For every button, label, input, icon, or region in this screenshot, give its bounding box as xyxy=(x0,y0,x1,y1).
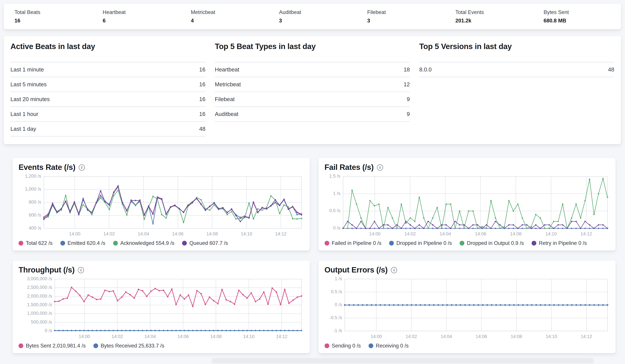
beat-types-table: Heartbeat 18 Metricbeat 12 Filebeat 9 Au… xyxy=(215,62,410,122)
summary-stats-bar: Total Beats 16 Heartbeat 6 Metricbeat 4 … xyxy=(4,4,621,29)
chart-legend: Bytes Sent 2,010,981.4 /s Bytes Received… xyxy=(19,343,305,349)
series-dot-icon xyxy=(325,241,329,245)
series-dot-icon xyxy=(60,241,65,245)
svg-text:14:04: 14:04 xyxy=(145,334,156,339)
active-beats-table: Last 1 minute 16 Last 5 minutes 16 Last … xyxy=(10,62,205,136)
row-label: Heartbeat xyxy=(215,66,239,73)
row-label: Last 5 minutes xyxy=(10,81,47,88)
stat-heartbeat: Heartbeat 6 xyxy=(92,9,180,24)
svg-text:14:06: 14:06 xyxy=(476,334,487,339)
stat-label: Filebeat xyxy=(367,9,445,15)
info-icon[interactable]: i xyxy=(78,267,84,273)
svg-text:2,500,000 /s: 2,500,000 /s xyxy=(27,285,52,290)
svg-text:14:04: 14:04 xyxy=(138,231,149,237)
stat-metricbeat: Metricbeat 4 xyxy=(180,9,268,24)
throughput-chart[interactable]: 14:0014:0214:0414:0614:0814:1014:120 /s5… xyxy=(19,277,305,341)
stat-label: Total Events xyxy=(455,9,533,15)
legend-item[interactable]: Queued 607.7 /s xyxy=(182,240,228,246)
legend-item[interactable]: Sending 0 /s xyxy=(325,343,361,349)
stat-value: 3 xyxy=(279,18,356,24)
stat-value: 16 xyxy=(14,18,92,24)
stat-label: Auditbeat xyxy=(279,9,356,15)
versions-title: Top 5 Versions in last day xyxy=(419,42,614,51)
svg-text:14:00: 14:00 xyxy=(69,231,81,237)
stat-value: 3 xyxy=(367,18,445,24)
output-errors-chart[interactable]: 14:0014:0214:0414:0614:0814:1014:12-1 /s… xyxy=(325,277,611,341)
row-value: 18 xyxy=(404,66,410,73)
svg-text:14:04: 14:04 xyxy=(440,334,452,339)
chart-title: Throughput (/s) xyxy=(19,266,74,274)
chart-legend: Sending 0 /s Receiving 0 /s xyxy=(325,343,611,349)
row-value: 9 xyxy=(407,96,410,102)
series-dot-icon xyxy=(369,343,373,348)
table-row: Metricbeat 12 xyxy=(215,77,410,92)
chart-title: Fail Rates (/s) xyxy=(325,163,374,171)
stat-total-beats: Total Beats 16 xyxy=(4,9,92,24)
chart-legend: Total 622 /s Emitted 620.4 /s Acknowledg… xyxy=(19,240,305,246)
legend-item[interactable]: Total 622 /s xyxy=(19,240,53,246)
svg-text:0 /s: 0 /s xyxy=(335,302,342,307)
svg-text:600 /s: 600 /s xyxy=(29,212,41,217)
row-label: Last 20 minutes xyxy=(10,96,50,102)
svg-text:3,000,000 /s: 3,000,000 /s xyxy=(27,277,52,281)
table-row: 8.0.0 48 xyxy=(419,62,614,77)
row-label: Filebeat xyxy=(215,96,235,102)
stat-label: Metricbeat xyxy=(191,9,268,15)
stat-filebeat: Filebeat 3 xyxy=(356,9,445,24)
svg-text:0 /s: 0 /s xyxy=(45,328,52,333)
row-value: 16 xyxy=(199,66,206,73)
row-label: Last 1 hour xyxy=(10,111,38,117)
svg-text:0.5 /s: 0.5 /s xyxy=(331,289,342,294)
series-dot-icon xyxy=(531,241,536,245)
legend-item[interactable]: Bytes Sent 2,010,981.4 /s xyxy=(19,343,86,349)
legend-item[interactable]: Failed in Pipeline 0 /s xyxy=(325,240,381,246)
row-label: Last 1 day xyxy=(10,126,36,132)
svg-text:14:06: 14:06 xyxy=(475,231,486,237)
svg-text:14:02: 14:02 xyxy=(404,231,416,237)
legend-item[interactable]: Dropped in Output 0.9 /s xyxy=(460,240,524,246)
svg-text:500,000 /s: 500,000 /s xyxy=(31,320,52,325)
throughput-chart-panel: Throughput (/s) i 14:0014:0214:0414:0614… xyxy=(12,261,310,353)
partial-panel-below xyxy=(212,358,594,363)
svg-text:14:10: 14:10 xyxy=(546,334,557,339)
info-icon[interactable]: i xyxy=(377,164,383,171)
svg-text:14:06: 14:06 xyxy=(177,334,189,339)
series-dot-icon xyxy=(19,343,23,348)
row-value: 16 xyxy=(199,81,206,88)
legend-item[interactable]: Acknowledged 554.9 /s xyxy=(113,240,175,246)
table-row: Last 1 hour 16 xyxy=(10,107,205,121)
svg-text:400 /s: 400 /s xyxy=(29,225,41,231)
stat-bytes-sent: Bytes Sent 680.8 MB xyxy=(533,9,621,24)
svg-text:14:12: 14:12 xyxy=(276,334,287,339)
svg-text:0.5 /s: 0.5 /s xyxy=(329,208,340,213)
info-icon[interactable]: i xyxy=(79,164,85,171)
row-label: Auditbeat xyxy=(215,111,238,117)
svg-text:14:08: 14:08 xyxy=(510,231,522,237)
legend-item[interactable]: Receiving 0 /s xyxy=(369,343,409,349)
active-beats-title: Active Beats in last day xyxy=(10,42,205,51)
svg-text:14:02: 14:02 xyxy=(103,231,115,237)
row-label: Last 1 minute xyxy=(10,66,44,73)
svg-text:14:08: 14:08 xyxy=(511,334,522,339)
info-icon[interactable]: i xyxy=(391,267,397,273)
series-dot-icon xyxy=(389,241,394,245)
row-value: 9 xyxy=(407,111,410,117)
stat-total-events: Total Events 201.2k xyxy=(445,9,533,24)
svg-text:0 /s: 0 /s xyxy=(333,225,341,231)
legend-item[interactable]: Dropped in Pipeline 0 /s xyxy=(389,240,452,246)
svg-text:14:00: 14:00 xyxy=(369,231,380,237)
legend-item[interactable]: Retry in Pipeline 0 /s xyxy=(531,240,587,246)
row-value: 12 xyxy=(404,81,410,88)
series-dot-icon xyxy=(94,343,98,348)
fail-rates-chart[interactable]: 14:0014:0214:0414:0614:0814:1014:120 /s0… xyxy=(325,174,611,239)
series-dot-icon xyxy=(113,241,118,245)
svg-text:1,000 /s: 1,000 /s xyxy=(25,186,41,192)
svg-text:1,200 /s: 1,200 /s xyxy=(25,174,41,179)
svg-text:2,000,000 /s: 2,000,000 /s xyxy=(27,294,52,299)
row-value: 48 xyxy=(608,66,614,73)
legend-item[interactable]: Emitted 620.4 /s xyxy=(60,240,105,246)
fail-rates-chart-panel: Fail Rates (/s) i 14:0014:0214:0414:0614… xyxy=(318,158,616,251)
svg-text:14:02: 14:02 xyxy=(406,334,417,339)
legend-item[interactable]: Bytes Received 25,633.7 /s xyxy=(94,343,164,349)
events-rate-chart[interactable]: 14:0014:0214:0414:0614:0814:1014:12400 /… xyxy=(19,174,305,239)
